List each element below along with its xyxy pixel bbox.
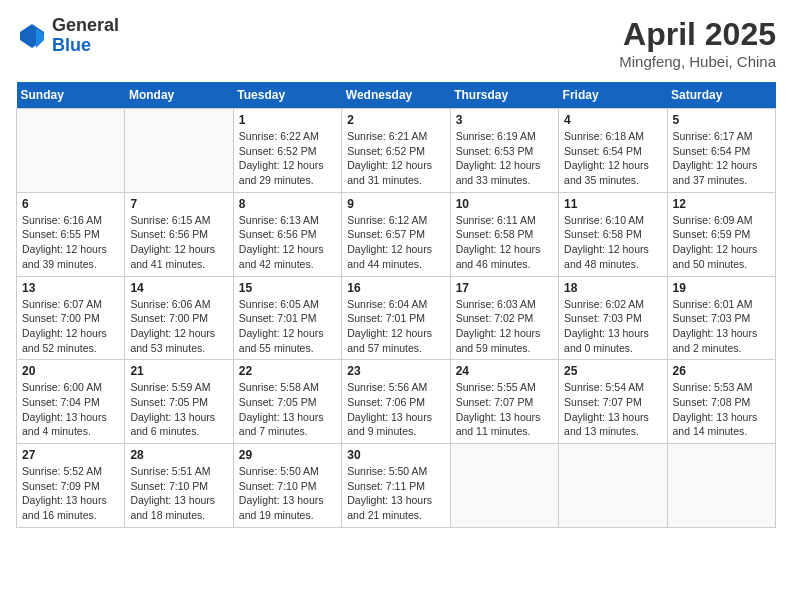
- weekday-row: SundayMondayTuesdayWednesdayThursdayFrid…: [17, 82, 776, 109]
- day-info: Sunrise: 6:18 AMSunset: 6:54 PMDaylight:…: [564, 129, 661, 188]
- day-info: Sunrise: 5:50 AMSunset: 7:10 PMDaylight:…: [239, 464, 336, 523]
- calendar-week-row: 1Sunrise: 6:22 AMSunset: 6:52 PMDaylight…: [17, 109, 776, 193]
- calendar-cell: 3Sunrise: 6:19 AMSunset: 6:53 PMDaylight…: [450, 109, 558, 193]
- day-info: Sunrise: 6:22 AMSunset: 6:52 PMDaylight:…: [239, 129, 336, 188]
- calendar-table: SundayMondayTuesdayWednesdayThursdayFrid…: [16, 82, 776, 528]
- calendar-cell: 9Sunrise: 6:12 AMSunset: 6:57 PMDaylight…: [342, 192, 450, 276]
- calendar-subtitle: Mingfeng, Hubei, China: [619, 53, 776, 70]
- calendar-cell: 16Sunrise: 6:04 AMSunset: 7:01 PMDayligh…: [342, 276, 450, 360]
- day-number: 10: [456, 197, 553, 211]
- day-info: Sunrise: 5:58 AMSunset: 7:05 PMDaylight:…: [239, 380, 336, 439]
- svg-marker-1: [36, 28, 44, 48]
- calendar-cell: 13Sunrise: 6:07 AMSunset: 7:00 PMDayligh…: [17, 276, 125, 360]
- calendar-cell: 5Sunrise: 6:17 AMSunset: 6:54 PMDaylight…: [667, 109, 775, 193]
- calendar-cell: 28Sunrise: 5:51 AMSunset: 7:10 PMDayligh…: [125, 444, 233, 528]
- day-info: Sunrise: 6:12 AMSunset: 6:57 PMDaylight:…: [347, 213, 444, 272]
- day-number: 29: [239, 448, 336, 462]
- calendar-cell: 11Sunrise: 6:10 AMSunset: 6:58 PMDayligh…: [559, 192, 667, 276]
- calendar-week-row: 20Sunrise: 6:00 AMSunset: 7:04 PMDayligh…: [17, 360, 776, 444]
- day-number: 27: [22, 448, 119, 462]
- day-info: Sunrise: 5:59 AMSunset: 7:05 PMDaylight:…: [130, 380, 227, 439]
- calendar-cell: 10Sunrise: 6:11 AMSunset: 6:58 PMDayligh…: [450, 192, 558, 276]
- day-info: Sunrise: 6:03 AMSunset: 7:02 PMDaylight:…: [456, 297, 553, 356]
- calendar-cell: 6Sunrise: 6:16 AMSunset: 6:55 PMDaylight…: [17, 192, 125, 276]
- calendar-cell: 8Sunrise: 6:13 AMSunset: 6:56 PMDaylight…: [233, 192, 341, 276]
- calendar-week-row: 13Sunrise: 6:07 AMSunset: 7:00 PMDayligh…: [17, 276, 776, 360]
- day-number: 17: [456, 281, 553, 295]
- day-number: 13: [22, 281, 119, 295]
- calendar-cell: 26Sunrise: 5:53 AMSunset: 7:08 PMDayligh…: [667, 360, 775, 444]
- calendar-cell: 14Sunrise: 6:06 AMSunset: 7:00 PMDayligh…: [125, 276, 233, 360]
- day-info: Sunrise: 6:17 AMSunset: 6:54 PMDaylight:…: [673, 129, 770, 188]
- day-info: Sunrise: 6:19 AMSunset: 6:53 PMDaylight:…: [456, 129, 553, 188]
- day-info: Sunrise: 6:06 AMSunset: 7:00 PMDaylight:…: [130, 297, 227, 356]
- calendar-cell: 19Sunrise: 6:01 AMSunset: 7:03 PMDayligh…: [667, 276, 775, 360]
- calendar-cell: 17Sunrise: 6:03 AMSunset: 7:02 PMDayligh…: [450, 276, 558, 360]
- calendar-week-row: 6Sunrise: 6:16 AMSunset: 6:55 PMDaylight…: [17, 192, 776, 276]
- logo-icon: [16, 20, 48, 52]
- day-number: 2: [347, 113, 444, 127]
- day-number: 19: [673, 281, 770, 295]
- day-number: 25: [564, 364, 661, 378]
- day-info: Sunrise: 6:13 AMSunset: 6:56 PMDaylight:…: [239, 213, 336, 272]
- day-info: Sunrise: 6:02 AMSunset: 7:03 PMDaylight:…: [564, 297, 661, 356]
- weekday-header: Saturday: [667, 82, 775, 109]
- day-info: Sunrise: 5:52 AMSunset: 7:09 PMDaylight:…: [22, 464, 119, 523]
- weekday-header: Friday: [559, 82, 667, 109]
- day-number: 16: [347, 281, 444, 295]
- day-info: Sunrise: 5:55 AMSunset: 7:07 PMDaylight:…: [456, 380, 553, 439]
- day-info: Sunrise: 6:15 AMSunset: 6:56 PMDaylight:…: [130, 213, 227, 272]
- calendar-cell: 12Sunrise: 6:09 AMSunset: 6:59 PMDayligh…: [667, 192, 775, 276]
- day-info: Sunrise: 6:05 AMSunset: 7:01 PMDaylight:…: [239, 297, 336, 356]
- day-number: 8: [239, 197, 336, 211]
- day-number: 12: [673, 197, 770, 211]
- calendar-cell: 2Sunrise: 6:21 AMSunset: 6:52 PMDaylight…: [342, 109, 450, 193]
- logo: General Blue: [16, 16, 119, 56]
- day-info: Sunrise: 6:10 AMSunset: 6:58 PMDaylight:…: [564, 213, 661, 272]
- calendar-cell: 27Sunrise: 5:52 AMSunset: 7:09 PMDayligh…: [17, 444, 125, 528]
- day-number: 30: [347, 448, 444, 462]
- calendar-cell: 24Sunrise: 5:55 AMSunset: 7:07 PMDayligh…: [450, 360, 558, 444]
- page-header: General Blue April 2025 Mingfeng, Hubei,…: [16, 16, 776, 70]
- day-info: Sunrise: 6:00 AMSunset: 7:04 PMDaylight:…: [22, 380, 119, 439]
- day-info: Sunrise: 6:09 AMSunset: 6:59 PMDaylight:…: [673, 213, 770, 272]
- logo-text: General Blue: [52, 16, 119, 56]
- weekday-header: Wednesday: [342, 82, 450, 109]
- calendar-cell: [125, 109, 233, 193]
- day-number: 26: [673, 364, 770, 378]
- calendar-cell: 18Sunrise: 6:02 AMSunset: 7:03 PMDayligh…: [559, 276, 667, 360]
- day-info: Sunrise: 6:04 AMSunset: 7:01 PMDaylight:…: [347, 297, 444, 356]
- logo-general: General: [52, 16, 119, 36]
- calendar-cell: 7Sunrise: 6:15 AMSunset: 6:56 PMDaylight…: [125, 192, 233, 276]
- day-number: 22: [239, 364, 336, 378]
- calendar-cell: 4Sunrise: 6:18 AMSunset: 6:54 PMDaylight…: [559, 109, 667, 193]
- day-info: Sunrise: 6:07 AMSunset: 7:00 PMDaylight:…: [22, 297, 119, 356]
- day-number: 5: [673, 113, 770, 127]
- calendar-cell: 23Sunrise: 5:56 AMSunset: 7:06 PMDayligh…: [342, 360, 450, 444]
- day-number: 18: [564, 281, 661, 295]
- calendar-cell: 15Sunrise: 6:05 AMSunset: 7:01 PMDayligh…: [233, 276, 341, 360]
- calendar-cell: [17, 109, 125, 193]
- calendar-cell: [667, 444, 775, 528]
- day-number: 23: [347, 364, 444, 378]
- calendar-week-row: 27Sunrise: 5:52 AMSunset: 7:09 PMDayligh…: [17, 444, 776, 528]
- day-number: 1: [239, 113, 336, 127]
- day-number: 20: [22, 364, 119, 378]
- calendar-title: April 2025: [619, 16, 776, 53]
- day-number: 11: [564, 197, 661, 211]
- weekday-header: Sunday: [17, 82, 125, 109]
- calendar-cell: 20Sunrise: 6:00 AMSunset: 7:04 PMDayligh…: [17, 360, 125, 444]
- calendar-cell: [450, 444, 558, 528]
- calendar-cell: [559, 444, 667, 528]
- day-info: Sunrise: 6:16 AMSunset: 6:55 PMDaylight:…: [22, 213, 119, 272]
- day-info: Sunrise: 5:54 AMSunset: 7:07 PMDaylight:…: [564, 380, 661, 439]
- calendar-cell: 29Sunrise: 5:50 AMSunset: 7:10 PMDayligh…: [233, 444, 341, 528]
- day-number: 3: [456, 113, 553, 127]
- day-info: Sunrise: 5:51 AMSunset: 7:10 PMDaylight:…: [130, 464, 227, 523]
- calendar-body: 1Sunrise: 6:22 AMSunset: 6:52 PMDaylight…: [17, 109, 776, 528]
- day-info: Sunrise: 6:11 AMSunset: 6:58 PMDaylight:…: [456, 213, 553, 272]
- weekday-header: Tuesday: [233, 82, 341, 109]
- calendar-cell: 22Sunrise: 5:58 AMSunset: 7:05 PMDayligh…: [233, 360, 341, 444]
- weekday-header: Thursday: [450, 82, 558, 109]
- day-number: 4: [564, 113, 661, 127]
